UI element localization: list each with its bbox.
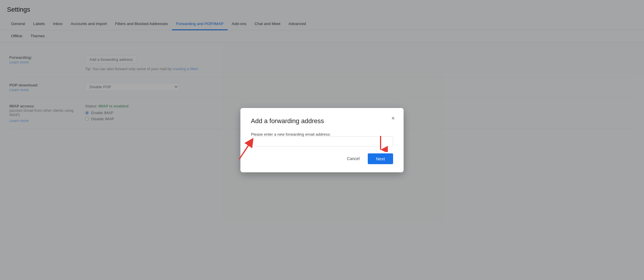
add-forwarding-dialog: × Add a forwarding address Please enter … xyxy=(240,108,404,172)
forwarding-email-input[interactable] xyxy=(251,137,393,146)
modal-overlay: × Add a forwarding address Please enter … xyxy=(0,0,644,280)
dialog-input-label: Please enter a new forwarding email addr… xyxy=(251,132,331,137)
input-container xyxy=(251,137,393,153)
svg-line-1 xyxy=(239,142,251,159)
next-btn-wrapper: Next xyxy=(368,153,393,164)
dialog-close-button[interactable]: × xyxy=(388,114,398,123)
dialog-title: Add a forwarding address xyxy=(251,117,393,125)
cancel-button[interactable]: Cancel xyxy=(342,154,365,163)
next-button[interactable]: Next xyxy=(368,153,393,164)
dialog-actions: Cancel Next xyxy=(251,153,393,164)
